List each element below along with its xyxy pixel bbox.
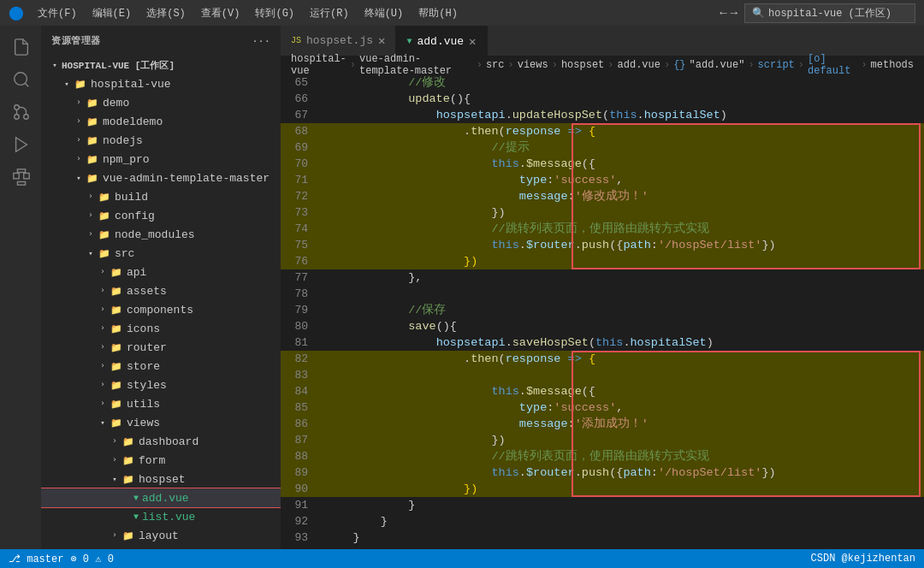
sidebar-item-form[interactable]: ›📁form <box>41 451 281 470</box>
menu-item[interactable]: 选择(S) <box>139 4 192 22</box>
tab-add.vue[interactable]: ▼add.vue✕ <box>396 26 487 56</box>
sidebar-item-router[interactable]: ›📁router <box>41 338 281 357</box>
tab-close-button[interactable]: ✕ <box>378 33 385 48</box>
sidebar-item-node_modules[interactable]: ›📁node_modules <box>41 225 281 244</box>
sidebar-item-styles[interactable]: ›📁styles <box>41 376 281 394</box>
token: this <box>491 466 518 479</box>
folder-icon: 📁 <box>110 359 123 373</box>
sidebar-item-add.vue[interactable]: ▼add.vue <box>41 488 281 507</box>
activity-files-icon[interactable] <box>6 33 35 62</box>
breadcrumb-separator: › <box>350 59 356 71</box>
svg-rect-9 <box>17 182 25 186</box>
sidebar-item-utils[interactable]: ›📁utils <box>41 394 281 413</box>
status-right: CSDN @kejizhentan <box>811 553 915 565</box>
menu-item[interactable]: 编辑(E) <box>86 4 139 22</box>
menu-item[interactable]: 转到(G) <box>248 4 301 22</box>
code-line: 86 message:'添加成功！' <box>281 416 924 432</box>
folder-arrow: › <box>108 453 121 467</box>
tab-hospset.js[interactable]: JShospset.js✕ <box>281 26 396 56</box>
tab-icon: JS <box>291 36 301 45</box>
editor-area: JShospset.js✕▼add.vue✕ hospital-vue›vue-… <box>281 26 924 549</box>
svg-rect-8 <box>17 169 25 173</box>
sidebar-item-list.vue[interactable]: ▼list.vue <box>41 507 281 526</box>
code-line: 68 .then(response => { <box>281 123 924 139</box>
token: then <box>471 125 498 138</box>
sidebar-item-store[interactable]: ›📁store <box>41 357 281 376</box>
sidebar-item-nodejs[interactable]: ›📁nodejs <box>41 131 281 150</box>
token: }) <box>491 206 505 219</box>
sidebar-item-components[interactable]: ›📁components <box>41 300 281 319</box>
line-number: 72 <box>281 188 322 204</box>
sidebar-item-hospital-vue[interactable]: ▾📁hospital-vue <box>41 74 281 93</box>
line-content: }) <box>322 204 924 221</box>
sidebar-item-hospset[interactable]: ▾📁hospset <box>41 470 281 488</box>
token: ({ <box>582 385 595 398</box>
code-line: 75 this.$router.push({path:'/hospSet/lis… <box>281 237 924 253</box>
token: response <box>506 352 561 365</box>
activity-git-icon[interactable] <box>6 98 35 127</box>
sidebar-item-modeldemo[interactable]: ›📁modeldemo <box>41 112 281 131</box>
code-line: 73 }) <box>281 204 924 221</box>
code-line: 77 }, <box>281 269 924 286</box>
sidebar-item-demo[interactable]: ›📁demo <box>41 93 281 112</box>
sidebar-item-api[interactable]: ›📁api <box>41 263 281 281</box>
token: , <box>616 174 623 186</box>
menu-item[interactable]: 查看(V) <box>194 4 247 22</box>
token: > <box>381 547 388 549</box>
activity-search-icon[interactable] <box>6 65 35 94</box>
token: => <box>560 125 588 138</box>
token <box>325 92 408 105</box>
token: $router <box>526 239 575 251</box>
folder-icon: 📁 <box>110 322 123 335</box>
line-number: 66 <box>281 91 322 107</box>
sidebar-more-icon[interactable]: ··· <box>252 36 270 46</box>
line-number: 83 <box>281 367 322 383</box>
line-number: 71 <box>281 172 322 188</box>
svg-point-0 <box>15 73 27 86</box>
token: . <box>519 466 526 479</box>
activity-extensions-icon[interactable] <box>6 163 35 192</box>
nav-fwd-button[interactable]: → <box>731 6 737 20</box>
folder-icon: 📁 <box>110 397 123 411</box>
sidebar-item-hospital-vue-[工作区][interactable]: ▾HOSPITAL-VUE [工作区] <box>41 56 281 74</box>
breadcrumb-item: hospital-vue <box>291 53 346 77</box>
sidebar-item-src[interactable]: ▾📁src <box>41 244 281 263</box>
sidebar-item-config[interactable]: ›📁config <box>41 206 281 225</box>
sidebar-item-npm_pro[interactable]: ›📁npm_pro <box>41 150 281 169</box>
line-content: } <box>322 530 924 546</box>
menu-item[interactable]: 帮助(H) <box>412 4 465 22</box>
activity-debug-icon[interactable] <box>6 130 35 159</box>
token: ( <box>589 336 595 349</box>
line-number: 78 <box>281 286 322 302</box>
global-search-box[interactable]: 🔍 hospital-vue (工作区) <box>744 3 915 23</box>
line-number: 84 <box>281 383 322 399</box>
code-editor[interactable]: 65 //修改66 update(){67 hospsetapi.updateH… <box>281 74 924 549</box>
line-content: //提示 <box>322 139 924 156</box>
sidebar-item-dashboard[interactable]: ›📁dashboard <box>41 432 281 451</box>
token: $router <box>526 466 575 479</box>
line-number: 68 <box>281 123 322 139</box>
tab-close-button[interactable]: ✕ <box>469 34 476 49</box>
line-number: 92 <box>281 513 322 530</box>
sidebar-item-vue-admin-template-master[interactable]: ▾📁vue-admin-template-master <box>41 169 281 187</box>
token: , <box>616 401 623 414</box>
menu-item[interactable]: 运行(R) <box>303 4 356 22</box>
sidebar-item-icons[interactable]: ›📁icons <box>41 319 281 338</box>
sidebar-item-build[interactable]: ›📁build <box>41 187 281 206</box>
nav-back-button[interactable]: ← <box>720 6 726 20</box>
sidebar-item-layout[interactable]: ›📁layout <box>41 526 281 545</box>
folder-icon: 📁 <box>110 265 123 279</box>
breadcrumb-item: src <box>486 59 505 71</box>
token: save <box>408 320 435 333</box>
tab-label: add.vue <box>417 35 464 48</box>
token: saveHospSet <box>512 336 589 349</box>
menu-item[interactable]: 终端(U) <box>358 4 411 22</box>
code-line: 76 }) <box>281 253 924 269</box>
menu-item[interactable]: 文件(F) <box>31 4 84 22</box>
breadcrumb-separator: › <box>477 59 483 71</box>
token: }, <box>408 271 422 284</box>
sidebar-item-views[interactable]: ▾📁views <box>41 413 281 432</box>
breadcrumb-separator: › <box>861 59 867 71</box>
sidebar-item-assets[interactable]: ›📁assets <box>41 281 281 300</box>
line-number: 85 <box>281 399 322 416</box>
